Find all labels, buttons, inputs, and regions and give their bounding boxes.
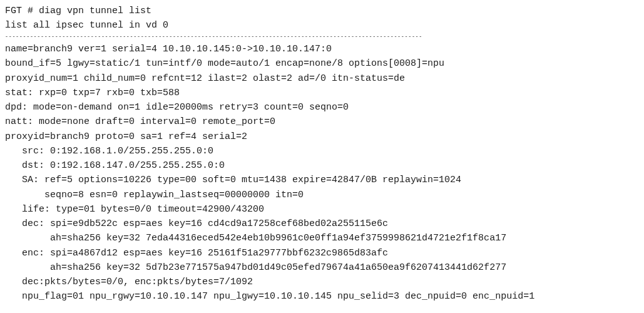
seqno-line: seqno=8 esn=0 replaywin_lastseq=00000000… — [5, 190, 304, 200]
proxyid-num-line: proxyid_num=1 child_num=0 refcnt=12 ilas… — [5, 73, 405, 84]
enc-line: enc: spi=a4867d12 esp=aes key=16 25161f5… — [5, 248, 388, 259]
stat-line: stat: rxp=0 txp=7 rxb=0 txb=588 — [5, 88, 180, 98]
cli-prompt-line: FGT # diag vpn tunnel list — [5, 6, 151, 16]
src-line: src: 0:192.168.1.0/255.255.255.0:0 — [5, 146, 213, 156]
life-line: life: type=01 bytes=0/0 timeout=42900/43… — [5, 204, 264, 215]
separator-line: ----------------------------------------… — [5, 34, 644, 40]
dec-line: dec: spi=e9db522c esp=aes key=16 cd4cd9a… — [5, 218, 388, 229]
dec-ah-line: ah=sha256 key=32 7eda44316eced542e4eb10b… — [5, 233, 506, 244]
terminal-output: FGT # diag vpn tunnel list list all ipse… — [5, 4, 644, 304]
dpd-line: dpd: mode=on-demand on=1 idle=20000ms re… — [5, 102, 349, 113]
cli-subtitle: list all ipsec tunnel in vd 0 — [5, 20, 168, 31]
proxyid-line: proxyid=branch9 proto=0 sa=1 ref=4 seria… — [5, 131, 247, 142]
npu-line: npu_flag=01 npu_rgwy=10.10.10.147 npu_lg… — [5, 291, 534, 302]
enc-ah-line: ah=sha256 key=32 5d7b23e771575a947bd01d4… — [5, 262, 506, 273]
pkts-line: dec:pkts/bytes=0/0, enc:pkts/bytes=7/109… — [5, 277, 253, 287]
bound-if-line: bound_if=5 lgwy=static/1 tun=intf/0 mode… — [5, 58, 444, 69]
natt-line: natt: mode=none draft=0 interval=0 remot… — [5, 116, 275, 127]
sa-line: SA: ref=5 options=10226 type=00 soft=0 m… — [5, 175, 461, 185]
dst-line: dst: 0:192.168.147.0/255.255.255.0:0 — [5, 160, 225, 171]
tunnel-name-line: name=branch9 ver=1 serial=4 10.10.10.145… — [5, 44, 332, 54]
